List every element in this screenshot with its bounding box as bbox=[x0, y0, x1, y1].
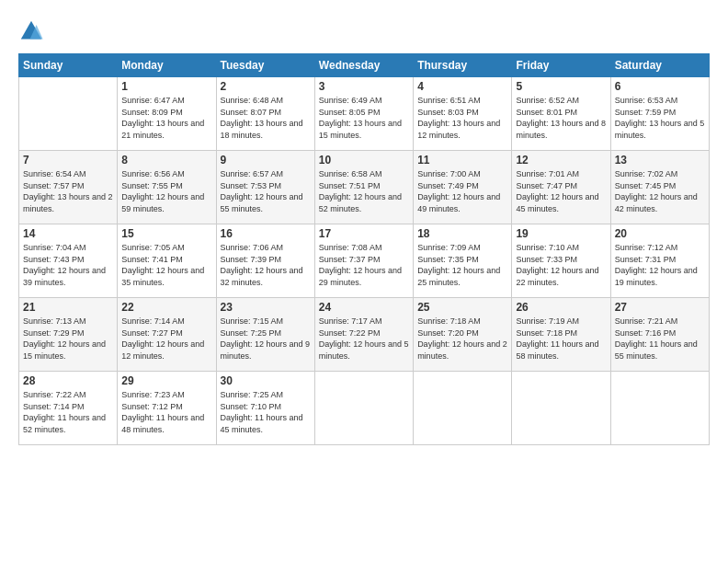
day-number: 24 bbox=[319, 301, 409, 314]
cell-info: Sunrise: 7:04 AM Sunset: 7:43 PM Dayligh… bbox=[23, 242, 113, 288]
day-number: 13 bbox=[615, 154, 705, 167]
day-number: 21 bbox=[23, 301, 113, 314]
calendar-cell: 25Sunrise: 7:18 AM Sunset: 7:20 PM Dayli… bbox=[414, 298, 512, 372]
day-number: 29 bbox=[121, 374, 211, 387]
day-number: 28 bbox=[23, 374, 113, 387]
day-number: 10 bbox=[319, 154, 409, 167]
day-number: 23 bbox=[221, 301, 311, 314]
day-number: 12 bbox=[516, 154, 606, 167]
cell-info: Sunrise: 7:10 AM Sunset: 7:33 PM Dayligh… bbox=[516, 242, 606, 288]
calendar-cell: 1Sunrise: 6:47 AM Sunset: 8:09 PM Daylig… bbox=[118, 77, 216, 151]
day-number: 26 bbox=[516, 301, 606, 314]
calendar-week-row: 1Sunrise: 6:47 AM Sunset: 8:09 PM Daylig… bbox=[19, 77, 710, 151]
calendar-cell: 15Sunrise: 7:05 AM Sunset: 7:41 PM Dayli… bbox=[118, 224, 216, 298]
day-number: 2 bbox=[221, 80, 311, 93]
cell-info: Sunrise: 7:02 AM Sunset: 7:45 PM Dayligh… bbox=[615, 168, 705, 214]
cell-info: Sunrise: 7:25 AM Sunset: 7:10 PM Dayligh… bbox=[221, 389, 311, 435]
calendar-cell: 22Sunrise: 7:14 AM Sunset: 7:27 PM Dayli… bbox=[118, 298, 216, 372]
weekday-header: Saturday bbox=[610, 54, 709, 77]
calendar-cell: 17Sunrise: 7:08 AM Sunset: 7:37 PM Dayli… bbox=[314, 224, 413, 298]
cell-info: Sunrise: 6:53 AM Sunset: 7:59 PM Dayligh… bbox=[615, 95, 705, 141]
calendar-cell: 10Sunrise: 6:58 AM Sunset: 7:51 PM Dayli… bbox=[314, 151, 413, 224]
cell-info: Sunrise: 7:19 AM Sunset: 7:18 PM Dayligh… bbox=[516, 316, 606, 362]
calendar-cell bbox=[414, 372, 512, 445]
cell-info: Sunrise: 6:47 AM Sunset: 8:09 PM Dayligh… bbox=[121, 95, 211, 141]
weekday-header: Tuesday bbox=[216, 54, 314, 77]
cell-info: Sunrise: 7:12 AM Sunset: 7:31 PM Dayligh… bbox=[615, 242, 705, 288]
weekday-header: Wednesday bbox=[314, 54, 413, 77]
calendar-cell bbox=[19, 77, 118, 151]
cell-info: Sunrise: 6:54 AM Sunset: 7:57 PM Dayligh… bbox=[23, 168, 113, 214]
weekday-header: Sunday bbox=[19, 54, 118, 77]
cell-info: Sunrise: 7:22 AM Sunset: 7:14 PM Dayligh… bbox=[23, 389, 113, 435]
day-number: 1 bbox=[121, 80, 211, 93]
calendar-week-row: 28Sunrise: 7:22 AM Sunset: 7:14 PM Dayli… bbox=[19, 372, 710, 445]
day-number: 9 bbox=[221, 154, 311, 167]
calendar-week-row: 21Sunrise: 7:13 AM Sunset: 7:29 PM Dayli… bbox=[19, 298, 710, 372]
calendar-cell: 3Sunrise: 6:49 AM Sunset: 8:05 PM Daylig… bbox=[314, 77, 413, 151]
cell-info: Sunrise: 6:49 AM Sunset: 8:05 PM Dayligh… bbox=[319, 95, 409, 141]
day-number: 7 bbox=[23, 154, 113, 167]
header bbox=[18, 15, 710, 44]
day-number: 18 bbox=[417, 227, 507, 240]
calendar-cell: 30Sunrise: 7:25 AM Sunset: 7:10 PM Dayli… bbox=[216, 372, 314, 445]
cell-info: Sunrise: 6:58 AM Sunset: 7:51 PM Dayligh… bbox=[319, 168, 409, 214]
day-number: 17 bbox=[319, 227, 409, 240]
cell-info: Sunrise: 7:18 AM Sunset: 7:20 PM Dayligh… bbox=[417, 316, 507, 362]
calendar-cell: 14Sunrise: 7:04 AM Sunset: 7:43 PM Dayli… bbox=[19, 224, 118, 298]
calendar-cell: 24Sunrise: 7:17 AM Sunset: 7:22 PM Dayli… bbox=[314, 298, 413, 372]
calendar-cell: 11Sunrise: 7:00 AM Sunset: 7:49 PM Dayli… bbox=[414, 151, 512, 224]
cell-info: Sunrise: 7:23 AM Sunset: 7:12 PM Dayligh… bbox=[121, 389, 211, 435]
day-number: 22 bbox=[121, 301, 211, 314]
cell-info: Sunrise: 7:05 AM Sunset: 7:41 PM Dayligh… bbox=[121, 242, 211, 288]
calendar-cell: 12Sunrise: 7:01 AM Sunset: 7:47 PM Dayli… bbox=[512, 151, 610, 224]
calendar-cell: 26Sunrise: 7:19 AM Sunset: 7:18 PM Dayli… bbox=[512, 298, 610, 372]
day-number: 19 bbox=[516, 227, 606, 240]
cell-info: Sunrise: 7:08 AM Sunset: 7:37 PM Dayligh… bbox=[319, 242, 409, 288]
calendar-cell: 7Sunrise: 6:54 AM Sunset: 7:57 PM Daylig… bbox=[19, 151, 118, 224]
calendar-cell: 20Sunrise: 7:12 AM Sunset: 7:31 PM Dayli… bbox=[610, 224, 709, 298]
cell-info: Sunrise: 7:01 AM Sunset: 7:47 PM Dayligh… bbox=[516, 168, 606, 214]
calendar-cell: 5Sunrise: 6:52 AM Sunset: 8:01 PM Daylig… bbox=[512, 77, 610, 151]
calendar-cell bbox=[512, 372, 610, 445]
logo-icon bbox=[18, 18, 44, 44]
weekday-header: Thursday bbox=[414, 54, 512, 77]
cell-info: Sunrise: 7:13 AM Sunset: 7:29 PM Dayligh… bbox=[23, 316, 113, 362]
day-number: 25 bbox=[417, 301, 507, 314]
cell-info: Sunrise: 7:00 AM Sunset: 7:49 PM Dayligh… bbox=[417, 168, 507, 214]
cell-info: Sunrise: 7:06 AM Sunset: 7:39 PM Dayligh… bbox=[221, 242, 311, 288]
day-number: 6 bbox=[615, 80, 705, 93]
calendar-cell: 23Sunrise: 7:15 AM Sunset: 7:25 PM Dayli… bbox=[216, 298, 314, 372]
calendar-cell: 21Sunrise: 7:13 AM Sunset: 7:29 PM Dayli… bbox=[19, 298, 118, 372]
cell-info: Sunrise: 7:09 AM Sunset: 7:35 PM Dayligh… bbox=[417, 242, 507, 288]
calendar-cell: 8Sunrise: 6:56 AM Sunset: 7:55 PM Daylig… bbox=[118, 151, 216, 224]
cell-info: Sunrise: 7:14 AM Sunset: 7:27 PM Dayligh… bbox=[121, 316, 211, 362]
day-number: 14 bbox=[23, 227, 113, 240]
calendar-cell bbox=[314, 372, 413, 445]
calendar-cell: 19Sunrise: 7:10 AM Sunset: 7:33 PM Dayli… bbox=[512, 224, 610, 298]
calendar-cell: 29Sunrise: 7:23 AM Sunset: 7:12 PM Dayli… bbox=[118, 372, 216, 445]
day-number: 4 bbox=[417, 80, 507, 93]
calendar: SundayMondayTuesdayWednesdayThursdayFrid… bbox=[18, 53, 710, 445]
weekday-header: Monday bbox=[118, 54, 216, 77]
calendar-cell: 28Sunrise: 7:22 AM Sunset: 7:14 PM Dayli… bbox=[19, 372, 118, 445]
cell-info: Sunrise: 6:56 AM Sunset: 7:55 PM Dayligh… bbox=[121, 168, 211, 214]
cell-info: Sunrise: 7:21 AM Sunset: 7:16 PM Dayligh… bbox=[615, 316, 705, 362]
day-number: 15 bbox=[121, 227, 211, 240]
cell-info: Sunrise: 6:52 AM Sunset: 8:01 PM Dayligh… bbox=[516, 95, 606, 141]
day-number: 27 bbox=[615, 301, 705, 314]
cell-info: Sunrise: 6:57 AM Sunset: 7:53 PM Dayligh… bbox=[221, 168, 311, 214]
weekday-header: Friday bbox=[512, 54, 610, 77]
calendar-header-row: SundayMondayTuesdayWednesdayThursdayFrid… bbox=[19, 54, 710, 77]
calendar-week-row: 14Sunrise: 7:04 AM Sunset: 7:43 PM Dayli… bbox=[19, 224, 710, 298]
calendar-cell: 6Sunrise: 6:53 AM Sunset: 7:59 PM Daylig… bbox=[610, 77, 709, 151]
day-number: 30 bbox=[221, 374, 311, 387]
cell-info: Sunrise: 7:15 AM Sunset: 7:25 PM Dayligh… bbox=[221, 316, 311, 362]
page: SundayMondayTuesdayWednesdayThursdayFrid… bbox=[0, 0, 728, 563]
day-number: 20 bbox=[615, 227, 705, 240]
calendar-cell: 9Sunrise: 6:57 AM Sunset: 7:53 PM Daylig… bbox=[216, 151, 314, 224]
calendar-cell: 2Sunrise: 6:48 AM Sunset: 8:07 PM Daylig… bbox=[216, 77, 314, 151]
calendar-cell: 16Sunrise: 7:06 AM Sunset: 7:39 PM Dayli… bbox=[216, 224, 314, 298]
calendar-cell: 13Sunrise: 7:02 AM Sunset: 7:45 PM Dayli… bbox=[610, 151, 709, 224]
calendar-cell: 27Sunrise: 7:21 AM Sunset: 7:16 PM Dayli… bbox=[610, 298, 709, 372]
